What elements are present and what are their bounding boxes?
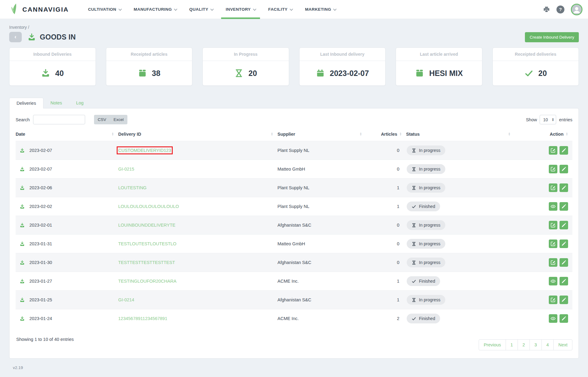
delivery-id-link[interactable]: LOUINBOUNDDELIVERYTE — [118, 223, 175, 228]
tab-deliveries[interactable]: Deliveries — [9, 98, 43, 108]
delivery-id-link[interactable]: TESTINGLOUFOR20CHARA — [118, 279, 176, 284]
printer-icon[interactable] — [543, 6, 550, 13]
delivery-id-link[interactable]: GI-0214 — [118, 297, 134, 302]
hourglass-icon — [412, 186, 416, 190]
excel-export-button[interactable]: Excel — [110, 115, 127, 124]
page-size-select[interactable]: 10 ▲▼ — [540, 115, 556, 124]
view-button[interactable] — [549, 314, 557, 323]
edit-button[interactable] — [549, 165, 557, 173]
action-cell — [515, 296, 572, 304]
goods-in-icon — [20, 185, 25, 190]
date-value: 2023-01-30 — [29, 260, 52, 265]
column-header-date[interactable]: Date▲▼ — [16, 132, 118, 137]
articles-cell: 0 — [366, 223, 406, 228]
table-row: 2023-02-01LOUINBOUNDDELIVERYTEAfghanista… — [16, 216, 572, 234]
column-header-status[interactable]: Status▲▼ — [406, 132, 515, 137]
date-value: 2023-02-01 — [29, 223, 52, 228]
nav-facility[interactable]: FACILITY — [262, 0, 299, 19]
column-header-delivery-id[interactable]: Delivery ID▲▼ — [118, 132, 277, 137]
help-icon[interactable]: ? — [556, 6, 564, 13]
pencil-button[interactable] — [560, 277, 568, 285]
top-bar: CANNAVIGIA CULTIVATION MANUFACTURING QUA… — [0, 0, 588, 19]
goods-in-icon — [20, 241, 25, 247]
search-input[interactable] — [33, 115, 85, 124]
column-header-supplier[interactable]: Supplier▲▼ — [277, 132, 366, 137]
pencil-button[interactable] — [560, 239, 568, 248]
pagination-previous[interactable]: Previous — [479, 339, 506, 350]
supplier-cell: Plant Supply NL — [277, 185, 366, 190]
edit-button[interactable] — [549, 221, 557, 229]
supplier-cell: ACME Inc. — [277, 279, 366, 284]
user-avatar[interactable] — [571, 4, 582, 15]
stat-value: 2023-02-07 — [330, 69, 369, 78]
pagination-page-4[interactable]: 4 — [541, 339, 554, 350]
edit-button[interactable] — [549, 239, 557, 248]
sort-icon: ▲▼ — [271, 132, 273, 136]
pencil-button[interactable] — [560, 183, 568, 192]
hourglass-icon — [412, 260, 416, 265]
nav-inventory[interactable]: INVENTORY — [219, 0, 262, 19]
tab-notes[interactable]: Notes — [43, 98, 69, 108]
nav-marketing[interactable]: MARKETING — [299, 0, 342, 19]
date-value: 2023-02-07 — [29, 148, 52, 153]
box-icon — [415, 69, 424, 78]
supplier-cell: Afghanistan S&C — [277, 223, 366, 228]
brand-logo[interactable]: CANNAVIGIA — [10, 3, 69, 16]
stat-card-receipted-articles: Receipted articles 38 — [106, 47, 193, 86]
stat-label: In Progress — [203, 48, 289, 61]
pencil-button[interactable] — [560, 146, 568, 155]
pagination-page-2[interactable]: 2 — [518, 339, 530, 350]
delivery-id-link[interactable]: TESTTESTTESTTESTTEST — [118, 260, 175, 265]
action-cell — [515, 314, 572, 323]
stat-value: HESI MIX — [429, 69, 463, 78]
view-button[interactable] — [549, 277, 557, 285]
pencil-button[interactable] — [560, 202, 568, 211]
delivery-id-link[interactable]: LOUTESTING — [118, 185, 147, 190]
nav-quality[interactable]: QUALITY — [183, 0, 219, 19]
pencil-button[interactable] — [560, 221, 568, 229]
articles-cell: 2 — [366, 316, 406, 321]
edit-button[interactable] — [549, 183, 557, 192]
status-badge: In progress — [407, 145, 445, 155]
pagination-page-3[interactable]: 3 — [530, 339, 542, 350]
sort-icon: ▲▼ — [111, 132, 114, 136]
delivery-id-link[interactable]: GI-0215 — [118, 167, 134, 172]
check-icon — [524, 69, 533, 78]
pencil-button[interactable] — [560, 296, 568, 304]
column-header-articles[interactable]: Articles▲▼ — [366, 132, 406, 137]
stat-card-last-article-arrived: Last article arrived HESI MIX — [396, 47, 482, 86]
stat-value: 20 — [248, 69, 257, 78]
pencil-button[interactable] — [560, 314, 568, 323]
pagination-page-1[interactable]: 1 — [506, 339, 518, 350]
pencil-button[interactable] — [560, 165, 568, 173]
chevron-down-icon — [210, 7, 214, 10]
edit-button[interactable] — [549, 258, 557, 267]
back-button[interactable]: ‹ — [9, 32, 22, 42]
status-cell: In progress — [406, 220, 515, 230]
breadcrumb[interactable]: Inventory / — [9, 25, 579, 30]
nav-cultivation[interactable]: CULTIVATION — [81, 0, 127, 19]
column-header-action[interactable]: Action▲▼ — [515, 132, 572, 137]
edit-button[interactable] — [549, 296, 557, 304]
delivery-id-link[interactable]: LOULOULOULOULOULOULO — [118, 204, 179, 209]
table-row: 2023-02-07GI-0215Matteo GmbH0In progress — [16, 160, 572, 178]
delivery-id-link[interactable]: TESTLOUTESTLOUTESTLO — [118, 241, 176, 246]
create-inbound-delivery-button[interactable]: Create Inbound Delivery — [525, 32, 579, 42]
csv-export-button[interactable]: CSV — [94, 115, 110, 124]
edit-button[interactable] — [549, 146, 557, 155]
delivery-id-cell: TESTTESTTESTTESTTEST — [118, 260, 277, 265]
delivery-id-link[interactable]: 12345678911234567891 — [118, 316, 167, 321]
date-value: 2023-01-31 — [29, 241, 52, 246]
nav-manufacturing[interactable]: MANUFACTURING — [127, 0, 183, 19]
tab-log[interactable]: Log — [69, 98, 91, 108]
pencil-button[interactable] — [560, 258, 568, 267]
action-cell — [515, 146, 572, 155]
delivery-id-link-highlighted[interactable]: CUSTOMDELIVERYID123 — [118, 148, 171, 153]
status-badge: In progress — [407, 164, 445, 174]
pagination-next[interactable]: Next — [553, 339, 572, 350]
check-icon — [412, 279, 416, 284]
hourglass-icon — [412, 298, 416, 302]
entries-label: entries — [559, 117, 572, 122]
status-badge: Finished — [407, 202, 440, 211]
view-button[interactable] — [549, 202, 557, 211]
